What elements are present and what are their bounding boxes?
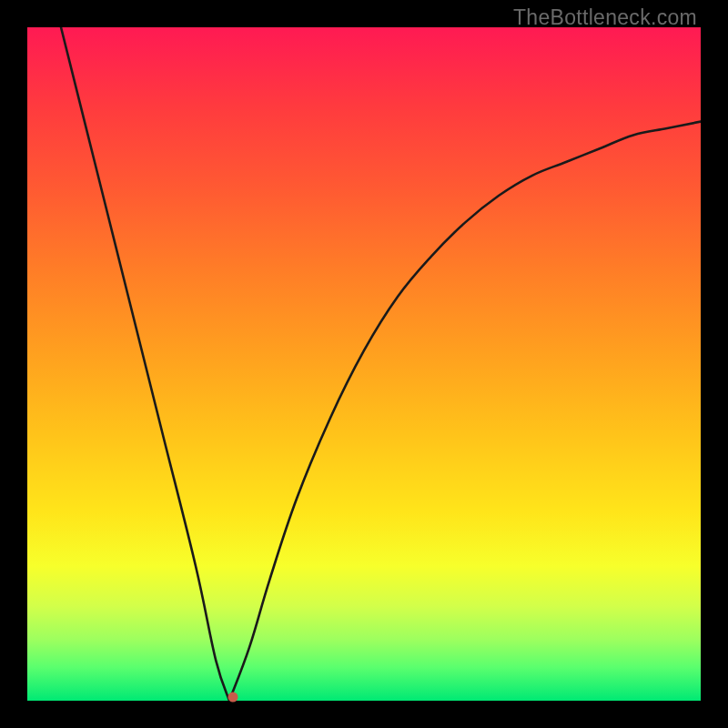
min-marker-dot [228,693,238,703]
chart-frame: TheBottleneck.com [0,0,728,728]
curve-path [61,27,701,701]
watermark-label: TheBottleneck.com [513,5,697,30]
plot-area [27,27,701,701]
bottleneck-curve [27,27,701,701]
